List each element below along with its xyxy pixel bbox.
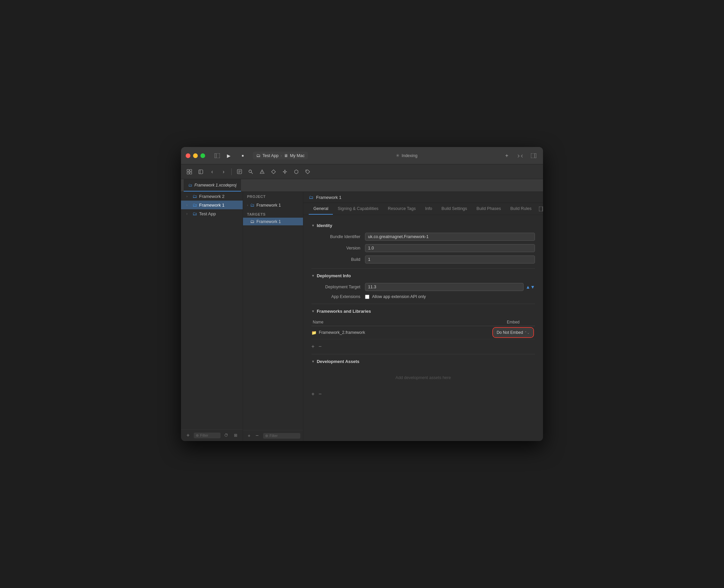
sidebar-footer: + ⊕ Filter ⏱ ⊞ xyxy=(181,429,243,441)
tab-build-settings[interactable]: Build Settings xyxy=(437,203,471,215)
frameworks-table-header: Name Embed xyxy=(311,318,535,326)
build-label: Build xyxy=(311,257,365,262)
sidebar-layout-button[interactable]: ⊞ xyxy=(232,432,239,439)
add-target-button[interactable]: + xyxy=(246,432,253,439)
embed-dropdown[interactable]: Do Not Embed ⌃⌄ xyxy=(494,329,533,337)
deployment-section-header: ▼ Deployment Info xyxy=(311,273,535,278)
table-row: 📁 Framework_2.framework Do Not Embed ⌃⌄ xyxy=(311,326,535,339)
bundle-identifier-row: Bundle Identifier xyxy=(311,233,535,241)
add-file-button[interactable]: + xyxy=(184,432,192,439)
inspector-panel-toggle[interactable] xyxy=(529,151,538,161)
content-area: PROJECT › 🗂 Framework 1 TARGETS › 🗂 Fram… xyxy=(243,192,543,441)
add-dev-asset-button[interactable]: + xyxy=(311,392,315,397)
tab-signing[interactable]: Signing & Capabilities xyxy=(333,203,383,215)
forward-button[interactable]: › xyxy=(219,167,228,176)
expand-button[interactable] xyxy=(516,151,525,161)
deployment-target-arrow[interactable]: ▲▼ xyxy=(526,284,535,290)
remove-target-button[interactable]: − xyxy=(254,432,260,439)
identity-chevron-icon: ▼ xyxy=(311,224,315,227)
tab-build-rules[interactable]: Build Rules xyxy=(506,203,536,215)
development-assets-section-header: ▼ Development Assets xyxy=(311,359,535,364)
sidebar-item-icon-framework2: 🗂 xyxy=(193,193,197,199)
dev-assets-chevron-icon: ▼ xyxy=(311,360,315,363)
remove-dev-asset-button[interactable]: − xyxy=(318,392,321,397)
tab-build-phases[interactable]: Build Phases xyxy=(472,203,506,215)
app-extensions-row: App Extensions Allow app extension API o… xyxy=(311,294,535,299)
filter-label[interactable]: Filter xyxy=(200,433,208,437)
fw-embed-cell[interactable]: Do Not Embed ⌃⌄ xyxy=(491,329,535,337)
run-button[interactable]: ▶ xyxy=(224,151,233,161)
deployment-chevron-icon: ▼ xyxy=(311,274,315,278)
warning-button[interactable] xyxy=(257,167,267,176)
inspector-sidebar-toggle[interactable] xyxy=(539,204,543,214)
remove-framework-button[interactable]: − xyxy=(318,344,321,349)
scheme-name[interactable]: Test App xyxy=(262,153,279,158)
maximize-button[interactable] xyxy=(200,153,205,158)
deployment-target-input[interactable] xyxy=(365,283,524,291)
close-button[interactable] xyxy=(186,153,190,158)
identity-title: Identity xyxy=(317,223,332,228)
svg-line-15 xyxy=(252,172,253,174)
build-row: Build xyxy=(311,255,535,264)
indexing-label: Indexing xyxy=(402,153,417,158)
file-navigator: › 🗂 Framework 2 › 🗂 Framework 1 › 🗂 Test… xyxy=(181,192,243,441)
destination-name[interactable]: My Mac xyxy=(290,153,305,158)
diamond-button[interactable] xyxy=(268,167,279,176)
embed-dropdown-arrow-icon: ⌃⌄ xyxy=(524,331,529,335)
project-nav-item-framework1[interactable]: › 🗂 Framework 1 xyxy=(243,201,303,209)
bundle-identifier-label: Bundle Identifier xyxy=(311,234,365,239)
search-button[interactable] xyxy=(246,167,256,176)
project-item-icon: 🗂 xyxy=(250,203,255,208)
sidebar-item-framework1[interactable]: › 🗂 Framework 1 xyxy=(181,201,243,209)
frameworks-table-actions: + − xyxy=(311,342,535,349)
target-item-icon: 🗂 xyxy=(250,219,255,224)
svg-rect-6 xyxy=(187,172,189,174)
pnf-filter-label[interactable]: Filter xyxy=(269,434,278,438)
pnf-filter-icon: ⊕ xyxy=(265,434,268,438)
toolbar: ‹ › xyxy=(181,164,543,179)
project-navigator: PROJECT › 🗂 Framework 1 TARGETS › 🗂 Fram… xyxy=(243,192,303,441)
traffic-lights xyxy=(186,153,205,158)
svg-point-14 xyxy=(249,170,252,172)
sidebar-item-icon-framework1: 🗂 xyxy=(193,202,197,208)
tab-framework-xcodeproj[interactable]: 🗂 Framework 1.xcodeproj xyxy=(184,179,241,191)
tab-general[interactable]: General xyxy=(309,203,333,215)
target-nav-item-framework1[interactable]: › 🗂 Framework 1 xyxy=(243,218,303,225)
tag-button[interactable] xyxy=(303,167,313,176)
development-assets-title: Development Assets xyxy=(317,359,359,364)
app-extensions-checkbox[interactable] xyxy=(365,295,369,299)
identity-section-header: ▼ Identity xyxy=(311,223,535,228)
back-button[interactable]: ‹ xyxy=(207,167,217,176)
tab-icon: 🗂 xyxy=(188,183,193,188)
version-input[interactable] xyxy=(365,244,535,252)
inspector-header: 🗂 Framework 1 xyxy=(303,192,543,203)
target-item-label: Framework 1 xyxy=(256,219,281,224)
app-extensions-checkbox-label: Allow app extension API only xyxy=(372,294,426,299)
deployment-target-label: Deployment Target xyxy=(311,285,365,289)
sparkle-button[interactable] xyxy=(280,167,290,176)
chevron-icon-3: › xyxy=(186,212,190,216)
hexagon-button[interactable] xyxy=(291,167,301,176)
framework-folder-icon: 📁 xyxy=(311,330,317,335)
stop-button[interactable]: ■ xyxy=(238,151,247,161)
navigator-icon-1[interactable] xyxy=(234,167,244,176)
close-navigator-button[interactable] xyxy=(196,167,206,176)
bundle-identifier-input[interactable] xyxy=(365,233,535,241)
sidebar-history-button[interactable]: ⏱ xyxy=(223,432,230,439)
sidebar-item-framework2[interactable]: › 🗂 Framework 2 xyxy=(181,192,243,201)
svg-point-18 xyxy=(306,170,307,171)
sidebar-item-testapp[interactable]: › 🗂 Test App xyxy=(181,209,243,218)
add-framework-button[interactable]: + xyxy=(311,344,315,349)
tab-resource-tags[interactable]: Resource Tags xyxy=(383,203,420,215)
deployment-title: Deployment Info xyxy=(317,273,351,278)
minimize-button[interactable] xyxy=(193,153,198,158)
add-button[interactable]: + xyxy=(502,151,511,161)
project-section-header: PROJECT xyxy=(243,192,303,201)
build-input[interactable] xyxy=(365,255,535,264)
sidebar-toggle-button[interactable] xyxy=(213,151,222,161)
sidebar-item-label-3: Test App xyxy=(199,211,216,216)
grid-view-button[interactable] xyxy=(184,167,195,176)
svg-rect-2 xyxy=(531,153,536,158)
tab-info[interactable]: Info xyxy=(420,203,437,215)
sidebar-item-icon-testapp: 🗂 xyxy=(193,211,197,216)
